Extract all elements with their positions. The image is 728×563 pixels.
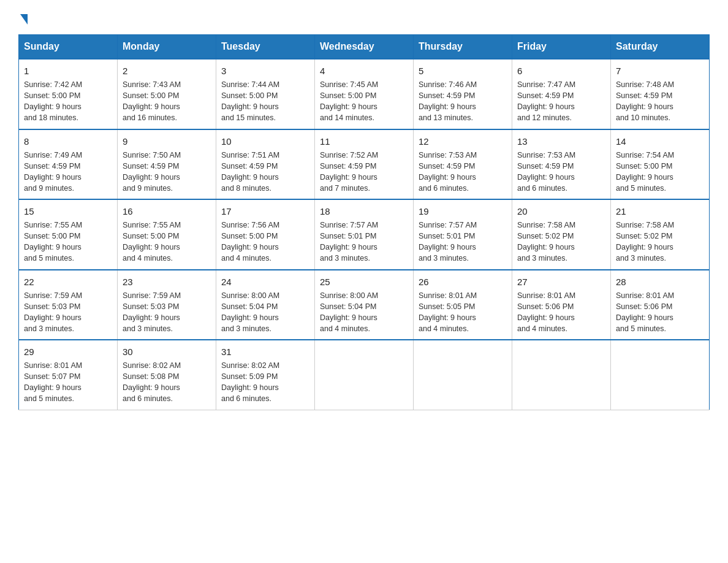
calendar-week-row: 1Sunrise: 7:42 AM Sunset: 5:00 PM Daylig… (19, 59, 710, 129)
day-info: Sunrise: 7:45 AM Sunset: 5:00 PM Dayligh… (320, 79, 408, 124)
day-info: Sunrise: 8:01 AM Sunset: 5:05 PM Dayligh… (419, 290, 507, 335)
day-number: 29 (24, 345, 112, 358)
calendar-day-cell: 20Sunrise: 7:58 AM Sunset: 5:02 PM Dayli… (512, 199, 611, 270)
calendar-day-cell: 26Sunrise: 8:01 AM Sunset: 5:05 PM Dayli… (414, 270, 512, 340)
day-number: 17 (221, 205, 309, 218)
day-info: Sunrise: 8:01 AM Sunset: 5:07 PM Dayligh… (24, 360, 112, 405)
day-number: 12 (419, 135, 507, 148)
calendar-week-row: 29Sunrise: 8:01 AM Sunset: 5:07 PM Dayli… (19, 340, 710, 410)
day-info: Sunrise: 8:01 AM Sunset: 5:06 PM Dayligh… (517, 290, 605, 335)
day-number: 24 (221, 275, 309, 288)
logo (18, 12, 28, 23)
calendar-day-cell (315, 340, 414, 410)
day-number: 2 (123, 64, 211, 77)
day-info: Sunrise: 7:59 AM Sunset: 5:03 PM Dayligh… (24, 290, 112, 335)
day-info: Sunrise: 7:46 AM Sunset: 4:59 PM Dayligh… (419, 79, 507, 124)
day-info: Sunrise: 8:01 AM Sunset: 5:06 PM Dayligh… (616, 290, 704, 335)
calendar-day-cell: 16Sunrise: 7:55 AM Sunset: 5:00 PM Dayli… (118, 199, 216, 270)
day-info: Sunrise: 7:54 AM Sunset: 5:00 PM Dayligh… (616, 150, 704, 194)
header-tuesday: Tuesday (216, 35, 315, 59)
calendar-day-cell: 12Sunrise: 7:53 AM Sunset: 4:59 PM Dayli… (414, 129, 512, 200)
header-saturday: Saturday (611, 35, 710, 59)
calendar-day-cell (512, 340, 611, 410)
day-info: Sunrise: 7:48 AM Sunset: 4:59 PM Dayligh… (616, 79, 704, 124)
calendar-day-cell: 7Sunrise: 7:48 AM Sunset: 4:59 PM Daylig… (611, 59, 710, 129)
calendar-day-cell: 15Sunrise: 7:55 AM Sunset: 5:00 PM Dayli… (19, 199, 118, 270)
calendar-day-cell: 5Sunrise: 7:46 AM Sunset: 4:59 PM Daylig… (414, 59, 512, 129)
calendar-day-cell: 22Sunrise: 7:59 AM Sunset: 5:03 PM Dayli… (19, 270, 118, 340)
calendar-day-cell: 14Sunrise: 7:54 AM Sunset: 5:00 PM Dayli… (611, 129, 710, 200)
calendar-day-cell: 18Sunrise: 7:57 AM Sunset: 5:01 PM Dayli… (315, 199, 414, 270)
day-number: 31 (221, 345, 309, 358)
header-row: Sunday Monday Tuesday Wednesday Thursday… (19, 35, 710, 59)
day-number: 18 (320, 205, 408, 218)
day-number: 22 (24, 275, 112, 288)
day-number: 20 (517, 205, 605, 218)
day-info: Sunrise: 7:58 AM Sunset: 5:02 PM Dayligh… (616, 220, 704, 264)
calendar-day-cell: 8Sunrise: 7:49 AM Sunset: 4:59 PM Daylig… (19, 129, 118, 200)
day-number: 5 (419, 64, 507, 77)
day-info: Sunrise: 7:52 AM Sunset: 4:59 PM Dayligh… (320, 150, 408, 194)
header-wednesday: Wednesday (315, 35, 414, 59)
day-number: 21 (616, 205, 704, 218)
calendar-day-cell: 19Sunrise: 7:57 AM Sunset: 5:01 PM Dayli… (414, 199, 512, 270)
day-number: 1 (24, 64, 112, 77)
day-info: Sunrise: 7:42 AM Sunset: 5:00 PM Dayligh… (24, 79, 112, 124)
calendar-day-cell: 25Sunrise: 8:00 AM Sunset: 5:04 PM Dayli… (315, 270, 414, 340)
calendar-day-cell: 29Sunrise: 8:01 AM Sunset: 5:07 PM Dayli… (19, 340, 118, 410)
day-info: Sunrise: 7:59 AM Sunset: 5:03 PM Dayligh… (123, 290, 211, 335)
day-number: 19 (419, 205, 507, 218)
day-info: Sunrise: 7:50 AM Sunset: 4:59 PM Dayligh… (123, 150, 211, 194)
calendar-day-cell: 31Sunrise: 8:02 AM Sunset: 5:09 PM Dayli… (216, 340, 315, 410)
calendar-day-cell: 2Sunrise: 7:43 AM Sunset: 5:00 PM Daylig… (118, 59, 216, 129)
day-number: 10 (221, 135, 309, 148)
calendar-day-cell: 6Sunrise: 7:47 AM Sunset: 4:59 PM Daylig… (512, 59, 611, 129)
day-number: 11 (320, 135, 408, 148)
day-info: Sunrise: 8:00 AM Sunset: 5:04 PM Dayligh… (320, 290, 408, 335)
day-info: Sunrise: 7:55 AM Sunset: 5:00 PM Dayligh… (24, 220, 112, 264)
calendar-day-cell: 1Sunrise: 7:42 AM Sunset: 5:00 PM Daylig… (19, 59, 118, 129)
header-friday: Friday (512, 35, 611, 59)
day-number: 25 (320, 275, 408, 288)
day-info: Sunrise: 7:43 AM Sunset: 5:00 PM Dayligh… (123, 79, 211, 124)
day-info: Sunrise: 7:55 AM Sunset: 5:00 PM Dayligh… (123, 220, 211, 264)
header-sunday: Sunday (19, 35, 118, 59)
calendar-day-cell: 10Sunrise: 7:51 AM Sunset: 4:59 PM Dayli… (216, 129, 315, 200)
calendar-day-cell (414, 340, 512, 410)
day-info: Sunrise: 8:00 AM Sunset: 5:04 PM Dayligh… (221, 290, 309, 335)
calendar-day-cell: 21Sunrise: 7:58 AM Sunset: 5:02 PM Dayli… (611, 199, 710, 270)
calendar-day-cell: 9Sunrise: 7:50 AM Sunset: 4:59 PM Daylig… (118, 129, 216, 200)
day-info: Sunrise: 7:44 AM Sunset: 5:00 PM Dayligh… (221, 79, 309, 124)
calendar-week-row: 15Sunrise: 7:55 AM Sunset: 5:00 PM Dayli… (19, 199, 710, 270)
page-header (18, 12, 710, 23)
calendar-day-cell: 4Sunrise: 7:45 AM Sunset: 5:00 PM Daylig… (315, 59, 414, 129)
day-info: Sunrise: 7:57 AM Sunset: 5:01 PM Dayligh… (320, 220, 408, 264)
calendar-day-cell (611, 340, 710, 410)
day-number: 30 (123, 345, 211, 358)
day-number: 28 (616, 275, 704, 288)
day-number: 16 (123, 205, 211, 218)
calendar-day-cell: 13Sunrise: 7:53 AM Sunset: 4:59 PM Dayli… (512, 129, 611, 200)
calendar-week-row: 22Sunrise: 7:59 AM Sunset: 5:03 PM Dayli… (19, 270, 710, 340)
day-number: 13 (517, 135, 605, 148)
day-number: 14 (616, 135, 704, 148)
calendar-day-cell: 3Sunrise: 7:44 AM Sunset: 5:00 PM Daylig… (216, 59, 315, 129)
calendar-table: Sunday Monday Tuesday Wednesday Thursday… (18, 34, 710, 410)
day-info: Sunrise: 8:02 AM Sunset: 5:09 PM Dayligh… (221, 360, 309, 405)
day-info: Sunrise: 7:58 AM Sunset: 5:02 PM Dayligh… (517, 220, 605, 264)
calendar-day-cell: 23Sunrise: 7:59 AM Sunset: 5:03 PM Dayli… (118, 270, 216, 340)
calendar-day-cell: 11Sunrise: 7:52 AM Sunset: 4:59 PM Dayli… (315, 129, 414, 200)
day-info: Sunrise: 7:57 AM Sunset: 5:01 PM Dayligh… (419, 220, 507, 264)
day-number: 8 (24, 135, 112, 148)
calendar-week-row: 8Sunrise: 7:49 AM Sunset: 4:59 PM Daylig… (19, 129, 710, 200)
calendar-day-cell: 28Sunrise: 8:01 AM Sunset: 5:06 PM Dayli… (611, 270, 710, 340)
day-number: 15 (24, 205, 112, 218)
day-info: Sunrise: 7:53 AM Sunset: 4:59 PM Dayligh… (517, 150, 605, 194)
day-number: 23 (123, 275, 211, 288)
day-number: 6 (517, 64, 605, 77)
calendar-day-cell: 24Sunrise: 8:00 AM Sunset: 5:04 PM Dayli… (216, 270, 315, 340)
day-number: 3 (221, 64, 309, 77)
day-info: Sunrise: 7:56 AM Sunset: 5:00 PM Dayligh… (221, 220, 309, 264)
calendar-day-cell: 27Sunrise: 8:01 AM Sunset: 5:06 PM Dayli… (512, 270, 611, 340)
day-number: 9 (123, 135, 211, 148)
